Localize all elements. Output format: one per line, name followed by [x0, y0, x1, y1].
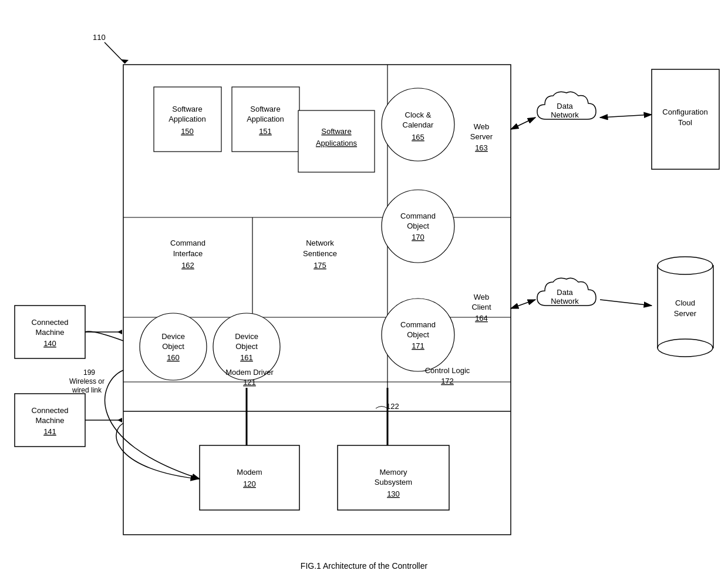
svg-text:Software: Software	[250, 105, 280, 113]
svg-marker-54	[117, 330, 122, 334]
svg-text:Network: Network	[551, 110, 579, 119]
svg-text:165: 165	[412, 133, 424, 142]
svg-text:164: 164	[475, 314, 488, 323]
svg-text:Command: Command	[400, 320, 436, 329]
svg-text:171: 171	[412, 341, 424, 350]
control-logic-label: Control Logic	[425, 366, 470, 375]
web-client-label: Web	[474, 293, 490, 301]
svg-text:Data: Data	[557, 288, 573, 297]
svg-text:Data: Data	[557, 102, 573, 110]
svg-text:Applications: Applications	[316, 139, 358, 147]
ref-110: 110	[93, 33, 106, 42]
fig-caption: FIG.1 Architecture of the Controller	[301, 561, 428, 571]
svg-text:Software: Software	[321, 127, 351, 136]
svg-point-77	[658, 257, 713, 274]
svg-text:Object: Object	[407, 222, 429, 230]
svg-text:Machine: Machine	[35, 416, 64, 425]
ref-199-label: 199	[83, 368, 95, 377]
svg-point-78	[658, 339, 713, 357]
svg-line-73	[600, 300, 652, 306]
ref-122-label: 122	[386, 402, 399, 411]
svg-text:Command: Command	[400, 212, 436, 220]
svg-text:Device: Device	[235, 332, 258, 341]
diagram-container: 110 Software Application 150 Software Ap…	[0, 0, 728, 587]
svg-text:140: 140	[43, 339, 56, 348]
svg-text:Clock &: Clock &	[405, 110, 432, 119]
svg-text:Subsystem: Subsystem	[375, 478, 412, 487]
svg-text:Interface: Interface	[173, 249, 203, 258]
svg-text:Sentience: Sentience	[303, 249, 337, 258]
svg-text:175: 175	[314, 261, 326, 270]
svg-line-69	[600, 115, 652, 118]
cloud-server-shape: Cloud Server	[658, 257, 713, 357]
svg-text:Memory: Memory	[380, 468, 407, 477]
svg-text:150: 150	[181, 127, 194, 136]
svg-text:151: 151	[259, 127, 272, 136]
svg-text:Object: Object	[235, 342, 258, 351]
web-server-label: Web	[474, 122, 490, 131]
svg-text:Object: Object	[162, 342, 184, 351]
svg-marker-56	[117, 418, 122, 422]
svg-text:Modem: Modem	[237, 468, 262, 477]
svg-text:Server: Server	[674, 309, 697, 318]
svg-text:Device: Device	[161, 332, 185, 341]
net-sentience-label: Network	[306, 239, 334, 247]
svg-text:Application: Application	[247, 115, 284, 123]
svg-text:Network: Network	[551, 297, 579, 306]
modem-driver-label: Modem Driver	[225, 368, 274, 377]
svg-text:Client: Client	[471, 303, 491, 311]
svg-text:172: 172	[441, 377, 454, 385]
svg-marker-1	[121, 59, 129, 63]
data-network-bottom-cloud: Data Network	[537, 278, 596, 306]
svg-text:161: 161	[240, 353, 253, 362]
sw-app-150-label: Software	[172, 105, 202, 113]
svg-text:Machine: Machine	[35, 328, 64, 337]
svg-text:Connected: Connected	[32, 318, 69, 327]
svg-text:Connected: Connected	[32, 406, 69, 415]
svg-text:160: 160	[167, 353, 180, 362]
data-network-top-cloud: Data Network	[537, 92, 596, 119]
svg-text:Tool: Tool	[678, 118, 692, 127]
svg-text:120: 120	[243, 479, 256, 488]
svg-text:170: 170	[412, 233, 424, 241]
svg-text:130: 130	[387, 489, 400, 498]
svg-text:Object: Object	[407, 330, 429, 339]
svg-text:Server: Server	[470, 132, 493, 141]
svg-line-72	[511, 300, 535, 308]
svg-text:141: 141	[43, 427, 56, 436]
modem-120-box	[200, 445, 299, 510]
svg-text:Wireless or: Wireless or	[69, 377, 105, 385]
svg-text:Configuration: Configuration	[662, 108, 707, 116]
cmd-interface-label: Command	[170, 239, 205, 247]
svg-text:wired link: wired link	[72, 386, 102, 394]
svg-text:162: 162	[181, 261, 194, 270]
svg-text:Cloud: Cloud	[675, 298, 695, 307]
svg-text:163: 163	[475, 143, 488, 152]
svg-text:121: 121	[243, 378, 256, 387]
svg-text:Calendar: Calendar	[403, 120, 434, 129]
architecture-diagram: 110 Software Application 150 Software Ap…	[0, 0, 728, 587]
svg-text:Application: Application	[168, 115, 206, 123]
svg-line-68	[511, 118, 535, 129]
